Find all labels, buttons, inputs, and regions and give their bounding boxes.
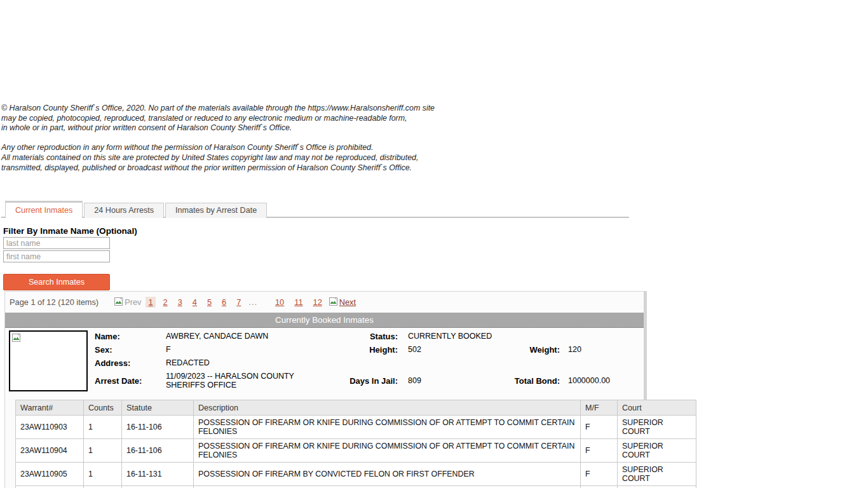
pager: Page 1 of 12 (120 items) Prev 1 2 3 4 5 … xyxy=(5,292,644,313)
court-cell: SUPERIOR COURT xyxy=(618,439,696,463)
tab-current-inmates[interactable]: Current Inmates xyxy=(5,201,83,218)
column-header-warrant: Warrant# xyxy=(16,400,84,416)
court-cell: SUPERIOR COURT xyxy=(618,463,696,486)
tab-24-hours-arrests[interactable]: 24 Hours Arrests xyxy=(84,203,164,218)
page-number-current: 1 xyxy=(146,297,155,308)
status-label: Status: xyxy=(302,332,398,341)
page-number-link[interactable]: 3 xyxy=(175,297,185,308)
weight-label: Weight: xyxy=(474,345,560,355)
column-header-court: Court xyxy=(618,400,696,416)
status-value: CURRENTLY BOOKED xyxy=(408,332,492,341)
height-value: 502 xyxy=(408,345,421,354)
total-bond-label: Total Bond: xyxy=(474,376,560,386)
first-name-input[interactable] xyxy=(3,250,110,262)
broken-image-icon xyxy=(329,297,339,307)
sex-label: Sex: xyxy=(95,345,112,355)
counts-cell xyxy=(84,486,122,488)
total-bond-value: 1000000.00 xyxy=(568,376,610,385)
address-value: REDACTED xyxy=(166,358,331,367)
mf-cell xyxy=(581,486,618,488)
filter-heading: Filter By Inmate Name (Optional) xyxy=(3,226,137,236)
mf-cell: F xyxy=(581,463,618,486)
copyright-line: © Haralson County Sheriff`s Office, 2020… xyxy=(1,104,435,114)
copyright-line: in whole or in part, without prior writt… xyxy=(1,123,435,133)
days-in-jail-label: Days In Jail: xyxy=(302,376,398,386)
page-number-link[interactable]: 5 xyxy=(205,297,214,308)
copyright-line: transmitted, displayed, published or bro… xyxy=(1,163,435,173)
mf-cell: F xyxy=(581,439,618,463)
address-label: Address: xyxy=(95,358,130,368)
broken-image-icon xyxy=(12,334,22,343)
broken-image-icon xyxy=(114,297,124,307)
column-header-mf: M/F xyxy=(581,400,618,416)
mf-cell: F xyxy=(581,416,618,439)
warrant-cell xyxy=(16,486,84,488)
charge-row: 23AW110905 1 16-11-131 POSSESSION OF FIR… xyxy=(16,463,696,486)
weight-value: 120 xyxy=(568,345,581,354)
inmate-tabstrip: Current Inmates 24 Hours Arrests Inmates… xyxy=(1,201,629,218)
pager-ellipsis: ... xyxy=(248,297,257,307)
description-cell xyxy=(194,486,581,488)
page-number-link[interactable]: 11 xyxy=(292,297,305,308)
inmates-grid-panel: Page 1 of 12 (120 items) Prev 1 2 3 4 5 … xyxy=(4,291,647,488)
description-cell: POSSESSION OF FIREARM OR KNIFE DURING CO… xyxy=(194,439,581,463)
statute-cell xyxy=(122,486,194,488)
inmate-detail: Name: AWBREY, CANDACE DAWN Status: CURRE… xyxy=(5,328,644,399)
charge-row: 23AW110904 1 16-11-106 POSSESSION OF FIR… xyxy=(16,439,696,463)
court-cell: SUPERIOR COURT xyxy=(618,416,696,439)
warrant-cell: 23AW110904 xyxy=(16,439,84,463)
statute-cell: 16-11-106 xyxy=(122,416,194,439)
court-cell: SUPERIOR COURT xyxy=(618,486,696,488)
grid-title: Currently Booked Inmates xyxy=(5,313,644,328)
counts-cell: 1 xyxy=(84,439,122,463)
counts-cell: 1 xyxy=(84,463,122,486)
charge-row: SUPERIOR COURT xyxy=(16,486,696,488)
charges-table: Warrant# Counts Statute Description M/F … xyxy=(15,400,696,488)
copyright-line: All materials contained on this site are… xyxy=(1,153,435,163)
page-number-link[interactable]: 2 xyxy=(161,297,170,308)
last-name-input[interactable] xyxy=(3,237,110,249)
statute-cell: 16-11-131 xyxy=(122,463,194,486)
pager-summary: Page 1 of 12 (120 items) xyxy=(10,297,98,307)
page-number-link[interactable]: 10 xyxy=(273,297,287,308)
next-page-label: Next xyxy=(339,297,356,307)
description-cell: POSSESSION OF FIREARM OR KNIFE DURING CO… xyxy=(194,416,581,439)
prev-page-label: Prev xyxy=(125,297,141,307)
page-number-link[interactable]: 6 xyxy=(219,297,229,308)
inmate-photo-placeholder xyxy=(9,330,88,391)
page-number-link[interactable]: 12 xyxy=(311,297,325,308)
counts-cell: 1 xyxy=(84,416,122,439)
next-page-button[interactable]: Next xyxy=(329,297,356,307)
column-header-description: Description xyxy=(194,400,581,416)
copyright-line: may be copied, photocopied, reproduced, … xyxy=(1,114,435,124)
charge-row: 23AW110903 1 16-11-106 POSSESSION OF FIR… xyxy=(16,416,696,439)
statute-cell: 16-11-106 xyxy=(122,439,194,463)
warrant-cell: 23AW110903 xyxy=(16,416,84,439)
column-header-statute: Statute xyxy=(122,400,194,416)
arrest-date-label: Arrest Date: xyxy=(95,376,142,386)
tab-inmates-by-arrest-date[interactable]: Inmates by Arrest Date xyxy=(165,203,267,218)
warrant-cell: 23AW110905 xyxy=(16,463,84,486)
description-cell: POSSESSION OF FIREARM BY CONVICTED FELON… xyxy=(194,463,581,486)
height-label: Height: xyxy=(302,345,398,355)
column-header-counts: Counts xyxy=(84,400,122,416)
days-in-jail-value: 809 xyxy=(408,376,421,385)
copyright-line: Any other reproduction in any form witho… xyxy=(1,143,435,153)
page-number-link[interactable]: 4 xyxy=(190,297,200,308)
charges-header-row: Warrant# Counts Statute Description M/F … xyxy=(16,400,696,416)
prev-page-button[interactable]: Prev xyxy=(114,297,141,307)
search-inmates-button[interactable]: Search Inmates xyxy=(3,274,110,290)
page-number-link[interactable]: 7 xyxy=(234,297,243,308)
name-label: Name: xyxy=(95,332,120,341)
copyright-notice: © Haralson County Sheriff`s Office, 2020… xyxy=(1,104,435,173)
